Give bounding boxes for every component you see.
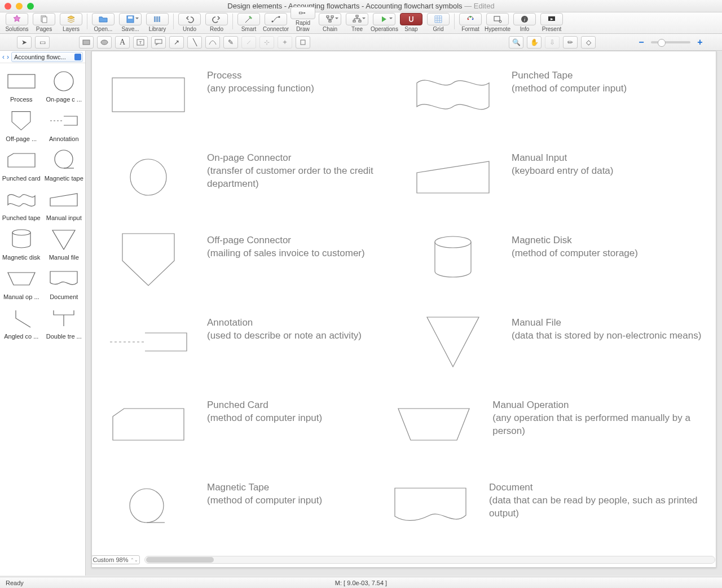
chain-button[interactable]: Chain — [316, 13, 344, 32]
hand-tool[interactable]: ✋ — [527, 36, 542, 49]
svg-rect-28 — [155, 40, 162, 43]
rect-tool[interactable] — [79, 36, 94, 49]
snap-button[interactable]: Snap — [398, 13, 425, 32]
save-button[interactable]: Save... — [117, 13, 144, 32]
grid-button[interactable]: Grid — [425, 13, 452, 32]
lib-manualinput[interactable]: Manual input — [43, 187, 84, 221]
magic-tool[interactable]: ✦ — [278, 36, 292, 49]
solutions-button[interactable]: Solutions — [3, 13, 30, 32]
anchor-tool[interactable]: ⊹ — [259, 36, 274, 49]
textbox-tool[interactable]: T — [133, 36, 148, 49]
shape-onpage[interactable] — [103, 152, 193, 203]
callout-tool[interactable] — [151, 36, 166, 49]
select-tool[interactable]: ▭ — [35, 36, 50, 49]
undo-button[interactable]: Undo — [176, 13, 203, 32]
library-panel: ‹ › Accounting flowc... Process On-page … — [0, 51, 86, 576]
lib-doubletree[interactable]: Double tre ... — [43, 306, 84, 340]
pointer-tool[interactable]: ➤ — [17, 36, 32, 49]
lib-punchedcard[interactable]: Punched card — [1, 148, 42, 182]
svg-rect-15 — [359, 20, 361, 22]
status-coord: M: [ 9.0e-03, 7.54 ] — [335, 580, 387, 586]
eyedrop-tool[interactable]: ⇩ — [545, 36, 560, 49]
line-tool[interactable]: ╲ — [187, 36, 202, 49]
highlight-tool[interactable]: ✏ — [563, 36, 578, 49]
erase-tool[interactable]: ◇ — [581, 36, 596, 49]
shape-manualfile[interactable] — [408, 317, 498, 367]
shape-document[interactable] — [385, 481, 476, 532]
svg-point-20 — [499, 20, 501, 23]
svg-rect-9 — [300, 12, 302, 14]
lib-punchedtape[interactable]: Punched tape — [1, 187, 42, 221]
present-button[interactable]: Present — [538, 13, 565, 32]
lib-annotation[interactable]: Annotation — [43, 108, 84, 142]
redo-button[interactable]: Redo — [203, 13, 230, 32]
minimize-icon[interactable] — [16, 3, 23, 10]
h-scrollbar[interactable] — [144, 556, 715, 564]
status-bar: Ready M: [ 9.0e-03, 7.54 ] — [0, 577, 722, 588]
shape-manualop[interactable] — [389, 399, 479, 450]
shape-manualinput[interactable] — [408, 152, 498, 203]
shape-magdisk[interactable] — [408, 234, 498, 285]
svg-point-36 — [435, 236, 471, 248]
shape-process[interactable] — [103, 69, 193, 120]
maximize-icon[interactable] — [27, 3, 34, 10]
crop-tool[interactable] — [296, 36, 310, 49]
format-button[interactable]: Format — [457, 13, 484, 32]
nav-back-icon[interactable]: ‹ — [2, 53, 5, 61]
zoom-out-icon[interactable]: − — [636, 37, 646, 47]
layers-button[interactable]: Layers — [58, 13, 85, 32]
lib-process[interactable]: Process — [1, 69, 42, 103]
svg-rect-11 — [331, 16, 333, 17]
library-selector[interactable]: Accounting flowc... — [11, 52, 83, 62]
canvas-page[interactable]: Process(any processing function) Punched… — [91, 51, 716, 568]
lib-magdisk[interactable]: Magnetic disk — [1, 227, 42, 261]
close-icon[interactable] — [5, 3, 11, 10]
title-edited: — Edited — [463, 2, 495, 10]
canvas-area[interactable]: Process(any processing function) Punched… — [86, 51, 722, 576]
open-button[interactable]: Open... — [90, 13, 117, 32]
svg-point-32 — [55, 150, 73, 168]
zoom-slider[interactable] — [651, 41, 690, 43]
pen-tool[interactable]: ✎ — [223, 36, 238, 49]
svg-point-33 — [12, 230, 30, 235]
rapiddraw-button[interactable]: Rapid Draw — [289, 7, 316, 32]
operations-button[interactable]: Operations — [371, 13, 398, 32]
lib-offpage[interactable]: Off-page ... — [1, 108, 42, 142]
svg-point-25 — [101, 40, 108, 45]
svg-rect-1 — [42, 17, 47, 23]
shape-punchedtape[interactable] — [408, 69, 498, 120]
label-document: Document(data that can be read by people… — [489, 481, 705, 520]
lib-angled[interactable]: Angled co ... — [1, 306, 42, 340]
smart-button[interactable]: Smart — [235, 13, 262, 32]
svg-rect-10 — [327, 16, 329, 17]
hypernote-button[interactable]: Hypernote — [484, 13, 511, 32]
lib-onpage[interactable]: On-page c ... — [43, 69, 84, 103]
window-title: Design elements - Accounting flowcharts … — [227, 2, 494, 10]
zoom-tool[interactable]: 🔍 — [509, 36, 523, 49]
zoom-combo[interactable]: Custom 98%⌃⌄ — [91, 555, 140, 564]
lib-document[interactable]: Document — [43, 266, 84, 300]
shape-offpage[interactable] — [103, 234, 193, 285]
lib-magtape[interactable]: Magnetic tape — [43, 148, 84, 182]
zoom-in-icon[interactable]: + — [695, 37, 705, 47]
svg-rect-5 — [156, 16, 158, 22]
connector-button[interactable]: Connector — [262, 13, 289, 32]
ellipse-tool[interactable] — [97, 36, 112, 49]
arrow-tool[interactable]: ↗ — [169, 36, 184, 49]
shape-magtape[interactable] — [103, 481, 193, 532]
zoom-controls: − + — [636, 37, 705, 47]
info-button[interactable]: iInfo — [511, 13, 538, 32]
pages-button[interactable]: Pages — [30, 13, 58, 32]
shape-punchedcard[interactable] — [103, 399, 193, 450]
shape-annotation[interactable] — [103, 317, 193, 367]
node-tool[interactable]: ⟋ — [241, 36, 256, 49]
title-text: Design elements - Accounting flowcharts … — [227, 2, 462, 10]
nav-fwd-icon[interactable]: › — [7, 53, 9, 61]
svg-point-17 — [470, 16, 472, 18]
lib-manualfile[interactable]: Manual file — [43, 227, 84, 261]
curve-tool[interactable] — [205, 36, 220, 49]
lib-manualop[interactable]: Manual op ... — [1, 266, 42, 300]
tree-button[interactable]: Tree — [344, 13, 371, 32]
text-tool[interactable]: A — [115, 36, 130, 49]
library-button[interactable]: Library — [144, 13, 171, 32]
